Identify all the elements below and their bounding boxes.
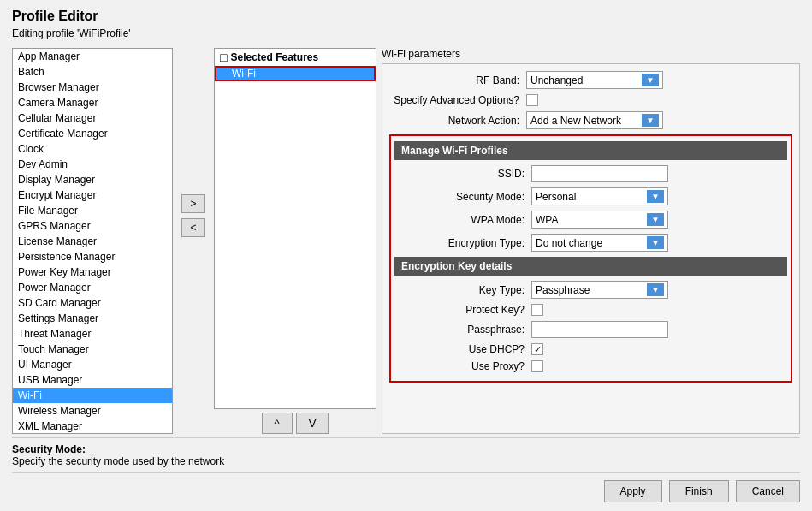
encryption-type-label: Encryption Type: xyxy=(394,237,531,249)
list-item[interactable]: Persistence Manager xyxy=(13,249,172,264)
wifi-params-box: RF Band: Unchanged ▼ Specify Advanced Op… xyxy=(382,63,800,434)
list-item[interactable]: App Manager xyxy=(13,49,172,64)
ssid-row: SSID: xyxy=(394,165,787,182)
security-mode-row: Security Mode: Personal ▼ xyxy=(394,187,787,205)
move-up-button[interactable]: ^ xyxy=(262,413,293,434)
ssid-input[interactable] xyxy=(531,165,668,182)
security-mode-info-bold: Security Mode: xyxy=(12,443,86,455)
wpa-mode-label: WPA Mode: xyxy=(394,214,531,226)
manage-wifi-header: Manage Wi-Fi Profiles xyxy=(394,141,787,160)
list-item[interactable]: Power Manager xyxy=(13,280,172,295)
use-proxy-control xyxy=(531,360,787,372)
list-item[interactable]: Cellular Manager xyxy=(13,110,172,126)
use-dhcp-checkbox[interactable] xyxy=(531,343,543,355)
passphrase-control xyxy=(531,321,787,338)
wpa-mode-arrow: ▼ xyxy=(647,213,664,226)
list-item[interactable]: Dev Admin xyxy=(13,157,172,172)
encryption-key-header: Encryption Key details xyxy=(394,257,787,276)
key-type-row: Key Type: Passphrase ▼ xyxy=(394,281,787,299)
list-item[interactable]: Wireless Manager xyxy=(13,403,172,419)
manage-wifi-section: Manage Wi-Fi Profiles SSID: Security Mod… xyxy=(389,134,792,383)
list-item[interactable]: GPRS Manager xyxy=(13,218,172,234)
list-item[interactable]: Display Manager xyxy=(13,172,172,187)
move-down-button[interactable]: V xyxy=(296,413,329,434)
use-proxy-label: Use Proxy? xyxy=(394,360,531,372)
selected-features-header: □ Selected Features xyxy=(215,49,376,66)
list-item[interactable]: License Manager xyxy=(13,234,172,249)
wpa-mode-value: WPA xyxy=(536,214,558,226)
security-mode-control: Personal ▼ xyxy=(531,187,787,205)
dialog-title: Profile Editor xyxy=(12,9,800,24)
list-item[interactable]: Clock xyxy=(13,141,172,157)
protect-key-control xyxy=(531,304,787,316)
finish-button[interactable]: Finish xyxy=(669,480,729,502)
ssid-label: SSID: xyxy=(394,168,531,180)
wpa-mode-dropdown[interactable]: WPA ▼ xyxy=(531,211,668,229)
passphrase-input[interactable] xyxy=(531,321,668,338)
list-item[interactable]: Browser Manager xyxy=(13,80,172,95)
features-list: App Manager Batch Browser Manager Camera… xyxy=(12,48,173,434)
list-item[interactable]: Power Key Manager xyxy=(13,264,172,280)
move-lr-buttons: > < xyxy=(181,48,205,434)
list-item[interactable]: XML Manager xyxy=(13,419,172,434)
network-action-dropdown[interactable]: Add a New Network ▼ xyxy=(526,111,663,129)
list-item-wifi[interactable]: Wi-Fi xyxy=(13,388,172,403)
move-left-button[interactable]: < xyxy=(181,218,205,237)
apply-button[interactable]: Apply xyxy=(604,480,662,502)
list-item[interactable]: SD Card Manager xyxy=(13,295,172,311)
encryption-type-value: Do not change xyxy=(536,237,602,249)
list-item[interactable]: Touch Manager xyxy=(13,342,172,357)
encryption-type-dropdown[interactable]: Do not change ▼ xyxy=(531,234,668,252)
list-item[interactable]: Camera Manager xyxy=(13,95,172,110)
cancel-button[interactable]: Cancel xyxy=(736,480,800,502)
protect-key-label: Protect Key? xyxy=(394,304,531,316)
protect-key-checkbox[interactable] xyxy=(531,304,543,316)
network-action-value: Add a New Network xyxy=(530,115,621,127)
use-dhcp-label: Use DHCP? xyxy=(394,343,531,355)
key-type-dropdown[interactable]: Passphrase ▼ xyxy=(531,281,668,299)
wpa-mode-row: WPA Mode: WPA ▼ xyxy=(394,211,787,229)
rf-band-row: RF Band: Unchanged ▼ xyxy=(389,71,792,89)
selected-features-box: □ Selected Features Wi-Fi xyxy=(214,48,376,409)
specify-advanced-label: Specify Advanced Options? xyxy=(389,94,526,106)
rf-band-dropdown[interactable]: Unchanged ▼ xyxy=(526,71,663,89)
list-item[interactable]: File Manager xyxy=(13,203,172,218)
use-proxy-row: Use Proxy? xyxy=(394,360,787,372)
key-type-control: Passphrase ▼ xyxy=(531,281,787,299)
security-mode-dropdown[interactable]: Personal ▼ xyxy=(531,187,668,205)
passphrase-label: Passphrase: xyxy=(394,324,531,336)
list-item[interactable]: UI Manager xyxy=(13,357,172,372)
network-action-row: Network Action: Add a New Network ▼ xyxy=(389,111,792,129)
list-item[interactable]: Certificate Manager xyxy=(13,126,172,141)
use-proxy-checkbox[interactable] xyxy=(531,360,543,372)
list-item[interactable]: Batch xyxy=(13,64,172,80)
dialog-footer: Apply Finish Cancel xyxy=(12,472,800,502)
encryption-type-arrow: ▼ xyxy=(647,236,664,249)
key-type-arrow: ▼ xyxy=(647,283,664,296)
wpa-mode-control: WPA ▼ xyxy=(531,211,787,229)
key-type-label: Key Type: xyxy=(394,284,531,296)
specify-advanced-checkbox[interactable] xyxy=(526,94,538,106)
protect-key-row: Protect Key? xyxy=(394,304,787,316)
use-dhcp-row: Use DHCP? xyxy=(394,343,787,355)
list-item[interactable]: USB Manager xyxy=(13,372,172,388)
security-mode-info: Security Mode: Specify the security mode… xyxy=(12,437,800,467)
list-item[interactable]: Threat Manager xyxy=(13,326,172,342)
security-mode-arrow: ▼ xyxy=(647,190,664,203)
list-item[interactable]: Encrypt Manager xyxy=(13,187,172,203)
security-mode-value: Personal xyxy=(536,191,576,203)
move-right-button[interactable]: > xyxy=(181,194,205,213)
security-mode-label: Security Mode: xyxy=(394,191,531,203)
specify-advanced-control xyxy=(526,94,792,106)
list-item[interactable]: Settings Manager xyxy=(13,311,172,326)
wifi-params-label: Wi-Fi parameters xyxy=(382,48,800,60)
middle-panel: □ Selected Features Wi-Fi ^ V xyxy=(214,48,376,434)
selected-feature-item-wifi[interactable]: Wi-Fi xyxy=(215,66,376,81)
network-action-arrow: ▼ xyxy=(642,114,659,127)
move-updown-buttons: ^ V xyxy=(214,413,376,434)
dialog-subtitle: Editing profile 'WiFiProfile' xyxy=(12,27,800,39)
specify-advanced-row: Specify Advanced Options? xyxy=(389,94,792,106)
encryption-type-control: Do not change ▼ xyxy=(531,234,787,252)
minus-icon: □ xyxy=(220,51,227,63)
passphrase-row: Passphrase: xyxy=(394,321,787,338)
